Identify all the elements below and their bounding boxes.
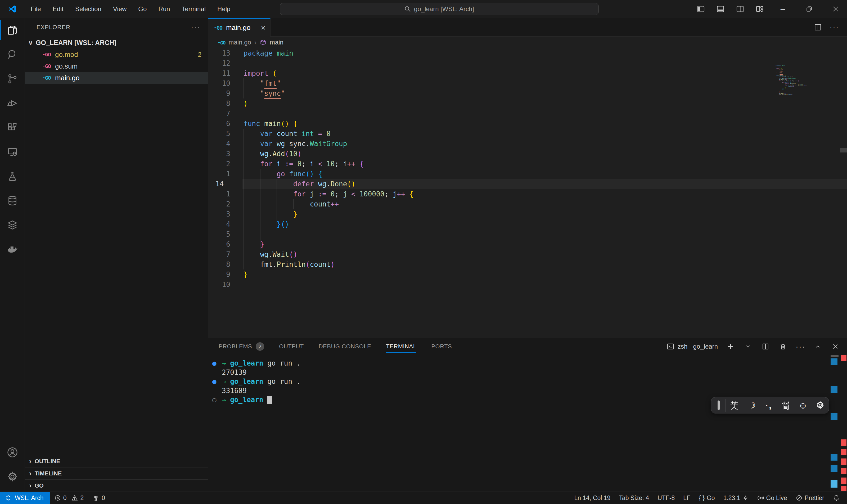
line-number: 1 [208, 169, 242, 179]
kill-terminal-trash-icon[interactable] [778, 342, 788, 351]
menu-go[interactable]: Go [133, 4, 151, 14]
ime-punctuation-mode[interactable]: ·, [760, 400, 777, 411]
section-timeline[interactable]: ›TIMELINE [25, 467, 208, 480]
menu-edit[interactable]: Edit [48, 4, 68, 14]
code-line: count++ [242, 199, 847, 209]
terminal-text: → [222, 395, 230, 404]
folder-section-header[interactable]: ∨ GO_LEARN [WSL: ARCH] [25, 37, 208, 49]
terminal-cursor [267, 396, 272, 404]
tab-close-icon[interactable]: × [261, 23, 266, 32]
account-icon[interactable] [0, 440, 25, 465]
close-panel-icon[interactable] [831, 342, 840, 351]
menu-view[interactable]: View [108, 4, 131, 14]
terminal-command-mark [831, 480, 837, 488]
explorer-more-actions-icon[interactable]: ··· [191, 23, 200, 32]
testing-icon[interactable] [0, 164, 25, 188]
panel-tab-terminal[interactable]: TERMINAL [386, 338, 416, 355]
eol-indicator[interactable]: LF [679, 492, 695, 504]
run-debug-icon[interactable] [0, 91, 25, 115]
toggle-sidebar-icon[interactable] [693, 1, 709, 17]
menu-file[interactable]: File [26, 4, 46, 14]
error-mark [841, 468, 846, 474]
explorer-icon[interactable] [0, 18, 25, 42]
braces-icon: { } [699, 494, 705, 502]
file-item-go.sum[interactable]: GOgo.sum [25, 60, 208, 72]
code-line: go func() { [242, 169, 847, 179]
panel-tab-ports[interactable]: PORTS [431, 338, 452, 355]
breadcrumb[interactable]: GO main.go › main [208, 37, 847, 48]
maximize-panel-icon[interactable] [813, 342, 823, 351]
chevron-right-icon: › [29, 482, 32, 490]
extensions-icon[interactable] [0, 115, 25, 140]
remote-explorer-icon[interactable] [0, 140, 25, 164]
code-line: for i := 0; i < 10; i++ { [242, 159, 847, 169]
toggle-secondary-sidebar-icon[interactable] [732, 1, 748, 17]
file-item-main.go[interactable]: GOmain.go [25, 72, 208, 84]
error-mark [841, 449, 846, 455]
terminal-title-label: zsh - go_learn [678, 343, 718, 350]
prettier-status[interactable]: Prettier [791, 492, 828, 504]
section-outline[interactable]: ›OUTLINE [25, 455, 208, 467]
go-version[interactable]: 1.23.1 [719, 492, 753, 504]
command-center-search[interactable]: go_learn [WSL: Arch] [280, 3, 599, 15]
file-name: go.mod [55, 51, 78, 59]
ime-settings-gear-icon[interactable] [812, 400, 829, 410]
ports-status[interactable]: 0 [88, 492, 109, 504]
command-decoration-icon [212, 368, 222, 377]
tab-main-go[interactable]: GO main.go × [208, 18, 271, 37]
breadcrumb-symbol[interactable]: main [270, 39, 284, 46]
panel-tab-label: DEBUG CONSOLE [319, 343, 371, 350]
language-mode[interactable]: { }Go [695, 492, 719, 504]
terminal-line: 331609 [212, 386, 847, 395]
tab-size[interactable]: Tab Size: 4 [615, 492, 653, 504]
split-editor-icon[interactable] [814, 23, 822, 32]
window-minimize-button[interactable]: – [771, 0, 794, 18]
panel-tab-output[interactable]: OUTPUT [279, 338, 304, 355]
split-terminal-icon[interactable] [761, 342, 770, 351]
layers-icon[interactable] [0, 213, 25, 237]
code-line: package main [242, 48, 847, 58]
customize-layout-icon[interactable] [752, 1, 768, 17]
ime-toolbar[interactable]: ☾ ·, ☺ [711, 397, 829, 413]
settings-gear-icon[interactable] [0, 465, 25, 489]
ime-english-mode[interactable] [726, 400, 743, 410]
database-icon[interactable] [0, 188, 25, 213]
toggle-panel-icon[interactable] [713, 1, 728, 17]
code-editor[interactable]: 131211109876543211412345678910 package m… [208, 48, 847, 338]
window-close-button[interactable] [824, 0, 847, 18]
section-go[interactable]: ›GO [25, 480, 208, 491]
ime-halfwidth-moon-icon[interactable]: ☾ [743, 400, 760, 411]
panel-tab-problems[interactable]: PROBLEMS2 [219, 338, 264, 355]
cursor-position[interactable]: Ln 14, Col 19 [570, 492, 615, 504]
ime-emoji-icon[interactable]: ☺ [794, 400, 812, 411]
search-icon[interactable] [0, 42, 25, 67]
remote-indicator[interactable]: WSL: Arch [0, 492, 50, 504]
notifications-bell-icon[interactable] [828, 492, 847, 504]
go-file-icon: GO [218, 39, 226, 46]
ime-simplified-chinese[interactable] [777, 400, 794, 410]
menu-terminal[interactable]: Terminal [177, 4, 211, 14]
go-file-icon: GO [42, 51, 51, 58]
minimap[interactable]: package mainimport ( "fmt" "sync")func m… [776, 65, 808, 98]
encoding[interactable]: UTF-8 [653, 492, 679, 504]
docker-icon[interactable] [0, 237, 25, 262]
window-restore-button[interactable] [798, 0, 821, 18]
go-live-button[interactable]: Go Live [753, 492, 791, 504]
terminal-dropdown-icon[interactable] [743, 342, 753, 351]
terminal-tab[interactable]: zsh - go_learn [666, 343, 718, 350]
menu-selection[interactable]: Selection [70, 4, 106, 14]
editor-more-actions-icon[interactable]: ··· [830, 23, 839, 32]
code-line: } [242, 269, 847, 280]
panel-tab-debug-console[interactable]: DEBUG CONSOLE [319, 338, 371, 355]
editor-scrollbar-thumb[interactable] [840, 148, 847, 152]
panel-more-actions-icon[interactable]: ··· [796, 342, 805, 351]
menu-help[interactable]: Help [213, 4, 235, 14]
file-item-go.mod[interactable]: GOgo.mod2 [25, 49, 208, 60]
problems-status[interactable]: 0 2 [50, 492, 88, 504]
menu-run[interactable]: Run [154, 4, 175, 14]
new-terminal-icon[interactable] [726, 342, 735, 351]
breadcrumb-file[interactable]: main.go [229, 39, 251, 46]
search-icon [404, 6, 411, 12]
source-control-icon[interactable] [0, 67, 25, 91]
terminal-scrollbar-thumb[interactable] [831, 355, 839, 357]
